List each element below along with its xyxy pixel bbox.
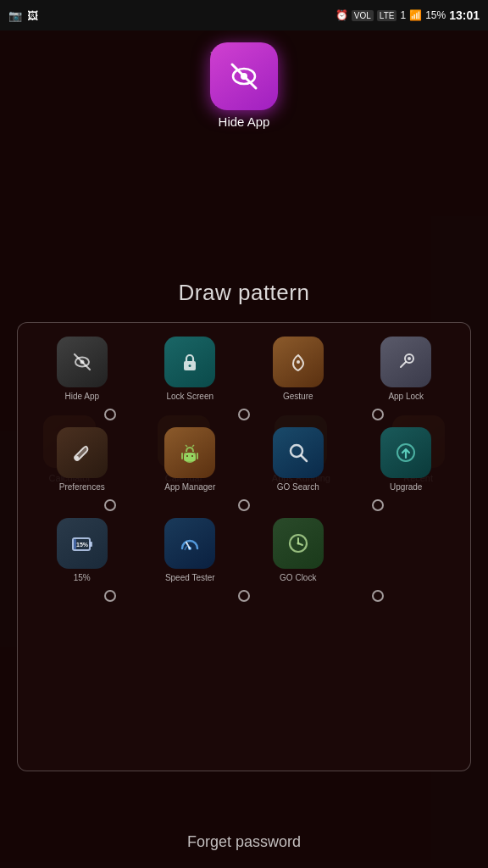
- speedometer-icon: [178, 531, 202, 555]
- network-number: 1: [400, 9, 406, 21]
- svg-line-21: [301, 456, 307, 462]
- inner-speedtester-label: Speed Tester: [165, 573, 215, 583]
- svg-rect-13: [184, 453, 196, 461]
- inner-applock[interactable]: App Lock: [354, 337, 459, 402]
- inner-gesture[interactable]: Gesture: [246, 337, 351, 402]
- inner-goclock[interactable]: GO Clock: [246, 518, 351, 583]
- camera-icon: 📷: [8, 9, 22, 22]
- inner-upgrade-icon: [380, 427, 431, 478]
- alarm-icon: ⏰: [336, 9, 348, 21]
- inner-gosearch-icon: [273, 427, 324, 478]
- inner-gosearch[interactable]: GO Search: [246, 427, 351, 492]
- inner-battery-label: 15%: [74, 573, 91, 583]
- wrench-icon: [70, 441, 94, 465]
- key-icon: [394, 350, 418, 374]
- pattern-container[interactable]: Hide App Lock Screen Gesture: [17, 322, 471, 771]
- dot-row-3: [26, 588, 462, 604]
- svg-point-8: [297, 360, 300, 364]
- svg-point-32: [297, 542, 299, 545]
- hide-app-eye-icon: [225, 58, 263, 95]
- clock-icon: [286, 531, 310, 555]
- inner-battery-icon: 15%: [57, 518, 108, 569]
- inner-gesture-label: Gesture: [283, 392, 313, 402]
- inner-hideapp-label: Hide App: [64, 392, 99, 402]
- inner-applock-label: App Lock: [388, 392, 424, 402]
- upgrade-arrow-icon: [394, 441, 418, 465]
- forget-password-link[interactable]: Forget password: [0, 833, 488, 851]
- status-bar: 📷 🖼 ⏰ VOL LTE 1 📶 15% 13:01: [0, 0, 488, 31]
- inner-upgrade-label: Upgrade: [390, 482, 422, 492]
- draw-pattern-title: Draw pattern: [0, 280, 488, 306]
- inner-empty: [354, 518, 459, 583]
- signal-bars: 📶: [409, 9, 422, 21]
- time-display: 13:01: [449, 8, 480, 22]
- inner-prefs-label: Preferences: [59, 482, 105, 492]
- dot-2-3[interactable]: [372, 499, 384, 511]
- hide-app-icon-large[interactable]: [210, 42, 278, 110]
- inner-apps-row3: 15% 15% Speed Tester: [26, 516, 462, 585]
- dot-row-1: [26, 407, 462, 422]
- svg-line-17: [192, 445, 194, 447]
- inner-appmanager[interactable]: App Manager: [138, 427, 243, 492]
- battery-icon: 15%: [71, 531, 93, 555]
- inner-speedtester[interactable]: Speed Tester: [138, 518, 243, 583]
- inner-hideapp-icon: [57, 337, 108, 387]
- svg-point-7: [189, 364, 191, 367]
- vol-indicator: VOL: [352, 10, 374, 21]
- dot-1-2[interactable]: [238, 409, 250, 420]
- inner-preferences[interactable]: Preferences: [30, 427, 135, 492]
- svg-point-14: [186, 455, 188, 457]
- svg-point-15: [191, 455, 193, 457]
- svg-rect-24: [90, 542, 92, 547]
- dot-1-3[interactable]: [372, 409, 384, 420]
- inner-battery[interactable]: 15% 15%: [30, 518, 135, 583]
- dot-1-1[interactable]: [104, 409, 116, 420]
- inner-appmanager-label: App Manager: [164, 482, 215, 492]
- dot-2-2[interactable]: [238, 499, 250, 511]
- image-icon: 🖼: [27, 9, 38, 22]
- hide-app-floating: Hide App: [210, 42, 278, 129]
- inner-goclock-icon: [273, 518, 324, 569]
- inner-apps-row2: Preferences App Manager: [26, 426, 462, 494]
- svg-point-10: [408, 357, 411, 360]
- dot-3-1[interactable]: [104, 590, 116, 602]
- search-icon: [286, 441, 310, 465]
- dot-row-2: [26, 498, 462, 513]
- status-right-info: ⏰ VOL LTE 1 📶 15% 13:01: [336, 8, 480, 22]
- inner-prefs-icon: [57, 427, 108, 478]
- svg-text:15%: 15%: [76, 542, 89, 548]
- inner-apps-row1: Hide App Lock Screen Gesture: [26, 331, 462, 403]
- android-icon: [178, 441, 202, 465]
- inner-speedtester-icon: [164, 518, 215, 569]
- inner-gesture-icon: [273, 337, 324, 387]
- svg-point-11: [75, 456, 79, 459]
- dot-3-3[interactable]: [372, 590, 384, 602]
- inner-lockscreen[interactable]: Lock Screen: [138, 337, 243, 402]
- status-left-icons: 📷 🖼: [8, 9, 38, 22]
- inner-hide-app[interactable]: Hide App: [30, 337, 135, 402]
- touch-icon: [286, 350, 310, 374]
- inner-upgrade[interactable]: Upgrade: [354, 427, 459, 492]
- inner-goclock-label: GO Clock: [280, 573, 316, 583]
- svg-line-16: [186, 445, 187, 447]
- forget-password-text: Forget password: [187, 833, 301, 850]
- lte-indicator: LTE: [377, 10, 397, 21]
- inner-lockscreen-icon: [164, 337, 215, 387]
- dot-3-2[interactable]: [238, 590, 250, 602]
- battery-percent: 15%: [425, 9, 446, 21]
- inner-lockscreen-label: Lock Screen: [166, 392, 214, 402]
- lock-icon: [178, 350, 202, 374]
- inner-gosearch-label: GO Search: [277, 482, 319, 492]
- empty-slot: [380, 518, 431, 569]
- eye-slash-icon: [70, 350, 94, 374]
- inner-appmanager-icon: [164, 427, 215, 478]
- dot-2-1[interactable]: [104, 499, 116, 511]
- inner-applock-icon: [380, 337, 431, 387]
- hide-app-label: Hide App: [219, 114, 270, 129]
